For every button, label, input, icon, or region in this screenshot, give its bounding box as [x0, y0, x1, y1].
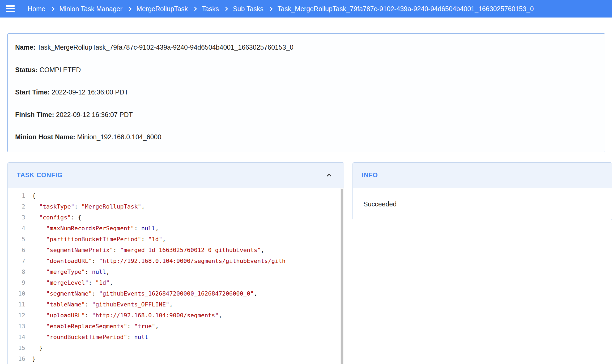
chevron-right-icon [128, 7, 132, 11]
breadcrumb-item[interactable]: MergeRollupTask [137, 5, 188, 13]
breadcrumb-item[interactable]: Tasks [202, 5, 219, 13]
line-number: 5 [8, 234, 25, 245]
code-line: 11 "tableName": "githubEvents_OFFLINE", [8, 299, 344, 310]
code-text: } [25, 353, 36, 364]
detail-row: Minion Host Name: Minion_192.168.0.104_6… [15, 133, 597, 141]
scrollbar-thumb[interactable] [341, 189, 343, 364]
detail-label: Finish Time: [15, 111, 54, 118]
detail-label: Start Time: [15, 88, 50, 96]
app-header: HomeMinion Task ManagerMergeRollupTaskTa… [0, 0, 612, 18]
chevron-right-icon [193, 7, 197, 11]
chevron-up-icon[interactable] [325, 171, 333, 179]
menu-bar [6, 11, 15, 12]
code-line: 6 "segmentNamePrefix": "merged_1d_166302… [8, 245, 344, 255]
detail-row: Finish Time: 2022-09-12 16:36:07 PDT [15, 111, 597, 119]
detail-row: Name: Task_MergeRollupTask_79fa787c-9102… [15, 44, 597, 51]
code-text: "downloadURL": "http://192.168.0.104:900… [25, 255, 286, 266]
detail-label: Minion Host Name: [15, 133, 75, 141]
code-text: "enableReplaceSegments": "true", [25, 321, 159, 332]
code-text: "segmentNamePrefix": "merged_1d_16630257… [25, 245, 264, 255]
code-line: 13 "enableReplaceSegments": "true", [8, 321, 344, 332]
breadcrumb: HomeMinion Task ManagerMergeRollupTaskTa… [28, 5, 534, 13]
chevron-right-icon [224, 7, 228, 11]
code-text: "maxNumRecordsPerSegment": null, [25, 223, 159, 234]
line-number: 13 [8, 321, 25, 332]
code-text: "taskType": "MergeRollupTask", [25, 201, 145, 212]
code-line: 15 } [8, 343, 344, 353]
line-number: 11 [8, 299, 25, 310]
breadcrumb-item[interactable]: Home [28, 5, 45, 13]
task-details-card: Name: Task_MergeRollupTask_79fa787c-9102… [7, 33, 605, 152]
line-number: 10 [8, 288, 25, 299]
info-header[interactable]: INFO [353, 163, 612, 188]
code-text: "uploadURL": "http://192.168.0.104:9000/… [25, 310, 222, 321]
line-number: 8 [8, 266, 25, 277]
menu-bar [6, 8, 15, 10]
info-panel: INFO Succeeded [352, 162, 612, 220]
panels-row: TASK CONFIG 1{2 "taskType": "MergeRollup… [7, 162, 612, 364]
line-number: 6 [8, 245, 25, 255]
task-config-title: TASK CONFIG [17, 171, 325, 179]
line-number: 2 [8, 201, 25, 212]
line-number: 1 [8, 190, 25, 201]
detail-row: Status: COMPLETED [15, 66, 597, 74]
code-text: "configs": { [25, 212, 81, 223]
code-line: 7 "downloadURL": "http://192.168.0.104:9… [8, 255, 344, 266]
code-text: "mergeLevel": "1d", [25, 277, 113, 288]
detail-value: 2022-09-12 16:36:00 PDT [50, 88, 128, 96]
task-config-header[interactable]: TASK CONFIG [8, 163, 344, 188]
line-number: 14 [8, 332, 25, 343]
code-text: "roundBucketTimePeriod": null [25, 332, 148, 343]
code-text: { [25, 190, 36, 201]
code-line: 3 "configs": { [8, 212, 344, 223]
code-line: 1{ [8, 190, 344, 201]
code-line: 12 "uploadURL": "http://192.168.0.104:90… [8, 310, 344, 321]
code-line: 9 "mergeLevel": "1d", [8, 277, 344, 288]
code-text: } [25, 343, 43, 353]
code-line: 5 "partitionBucketTimePeriod": "1d", [8, 234, 344, 245]
code-text: "partitionBucketTimePeriod": "1d", [25, 234, 166, 245]
info-status-text: Succeeded [363, 200, 397, 208]
code-lines: 1{2 "taskType": "MergeRollupTask",3 "con… [8, 190, 344, 364]
line-number: 7 [8, 255, 25, 266]
code-line: 8 "mergeType": null, [8, 266, 344, 277]
vertical-scrollbar[interactable] [340, 188, 344, 364]
code-line: 4 "maxNumRecordsPerSegment": null, [8, 223, 344, 234]
breadcrumb-item[interactable]: Minion Task Manager [60, 5, 122, 13]
line-number: 3 [8, 212, 25, 223]
info-body: Succeeded [353, 188, 612, 220]
line-number: 16 [8, 353, 25, 364]
chevron-right-icon [50, 7, 54, 11]
task-config-editor[interactable]: 1{2 "taskType": "MergeRollupTask",3 "con… [8, 188, 344, 364]
info-title: INFO [362, 171, 601, 179]
detail-value: COMPLETED [38, 66, 81, 73]
line-number: 9 [8, 277, 25, 288]
menu-bar [6, 5, 15, 7]
detail-label: Status: [15, 66, 38, 73]
code-line: 2 "taskType": "MergeRollupTask", [8, 201, 344, 212]
breadcrumb-item[interactable]: Sub Tasks [233, 5, 264, 13]
breadcrumb-item[interactable]: Task_MergeRollupTask_79fa787c-9102-439a-… [278, 5, 534, 13]
detail-value: 2022-09-12 16:36:07 PDT [54, 111, 133, 118]
line-number: 4 [8, 223, 25, 234]
code-line: 16} [8, 353, 344, 364]
line-number: 15 [8, 343, 25, 353]
chevron-right-icon [269, 7, 273, 11]
code-text: "mergeType": null, [25, 266, 109, 277]
code-line: 10 "segmentName": "githubEvents_16268472… [8, 288, 344, 299]
code-text: "segmentName": "githubEvents_16268472000… [25, 288, 257, 299]
detail-row: Start Time: 2022-09-12 16:36:00 PDT [15, 89, 597, 96]
line-number: 12 [8, 310, 25, 321]
detail-label: Name: [15, 44, 35, 51]
task-config-panel: TASK CONFIG 1{2 "taskType": "MergeRollup… [7, 162, 344, 364]
menu-icon[interactable] [6, 5, 15, 12]
code-text: "tableName": "githubEvents_OFFLINE", [25, 299, 173, 310]
code-line: 14 "roundBucketTimePeriod": null [8, 332, 344, 343]
detail-value: Minion_192.168.0.104_6000 [75, 133, 161, 141]
detail-value: Task_MergeRollupTask_79fa787c-9102-439a-… [35, 44, 293, 51]
